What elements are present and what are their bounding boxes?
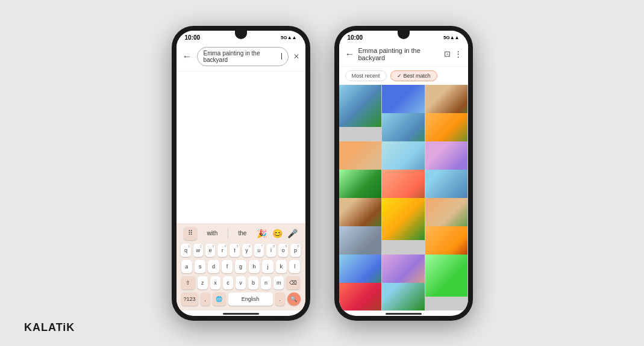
key-delete[interactable]: ⌫ <box>286 276 300 289</box>
key-b[interactable]: b <box>248 276 258 289</box>
photo-19[interactable] <box>425 255 468 297</box>
key-f[interactable]: f <box>222 260 233 273</box>
key-u[interactable]: u7 <box>254 244 264 257</box>
emoji-party[interactable]: 🎉 <box>257 229 267 238</box>
key-row-2: a s d f g h j k l <box>181 260 301 273</box>
key-numbers[interactable]: ?123 <box>181 292 198 306</box>
search-bar-left[interactable]: ← Emma painting in the backyard ✕ <box>177 42 305 72</box>
back-arrow-right[interactable]: ← <box>345 49 355 60</box>
cast-icon[interactable]: ⊡ <box>444 49 451 58</box>
signal-left: 5G▲▲ <box>281 35 297 40</box>
search-content-area <box>177 72 305 223</box>
key-search[interactable]: 🔍 <box>287 292 301 306</box>
phone-right: 10:00 5G▲▲ ← Emma painting in the backya… <box>334 26 473 321</box>
filter-most-recent[interactable]: Most recent <box>345 70 387 81</box>
photos-grid: ★ ▶ 0:05 <box>339 85 468 310</box>
key-t[interactable]: t5 <box>230 244 239 257</box>
mic-icon[interactable]: 🎤 <box>287 229 298 238</box>
key-p[interactable]: p0 <box>290 244 300 257</box>
suggestion-with[interactable]: with <box>202 228 222 238</box>
best-match-check: ✓ <box>397 73 402 79</box>
emoji-smile[interactable]: 😊 <box>272 229 283 238</box>
photo-1[interactable] <box>339 85 382 128</box>
signal-right: 5G▲▲ <box>443 35 460 40</box>
key-s[interactable]: s <box>195 260 205 273</box>
key-y[interactable]: y6 <box>242 244 252 257</box>
status-icons-right: 5G▲▲ <box>443 35 460 40</box>
screen-left: 10:00 5G▲▲ ← Emma painting in the backya… <box>177 31 305 316</box>
search-bar-right[interactable]: ← Emma painting in the backyard ⊡ ⋮ <box>339 42 468 67</box>
phones-container: 10:00 5G▲▲ ← Emma painting in the backya… <box>172 26 473 321</box>
photo-21[interactable] <box>382 283 425 310</box>
key-comma[interactable]: , <box>201 292 210 306</box>
key-globe[interactable]: 🌐 <box>213 292 226 306</box>
key-o[interactable]: o9 <box>278 244 288 257</box>
key-m[interactable]: m <box>274 276 284 289</box>
key-n[interactable]: n <box>261 276 271 289</box>
key-d[interactable]: d <box>208 260 219 273</box>
key-j[interactable]: j <box>262 260 273 273</box>
photo-13[interactable] <box>382 198 425 241</box>
key-e[interactable]: e3 <box>205 244 215 257</box>
keyboard: ⠿ with the 🎉 😊 🎤 q1 w2 e3 r4 <box>177 223 305 310</box>
keyboard-suggestions-row: ⠿ with the 🎉 😊 🎤 <box>179 227 303 240</box>
key-period[interactable]: . <box>275 292 285 306</box>
time-right: 10:00 <box>348 34 363 41</box>
photo-20[interactable] <box>339 283 382 310</box>
screen-right: 10:00 5G▲▲ ← Emma painting in the backya… <box>339 31 468 316</box>
status-icons-left: 5G▲▲ <box>281 35 297 40</box>
most-recent-label: Most recent <box>352 73 380 79</box>
search-text-left: Emma painting in the backyard <box>204 50 281 63</box>
key-v[interactable]: v <box>236 276 246 289</box>
home-indicator-left <box>223 313 259 315</box>
back-arrow-left[interactable]: ← <box>183 51 192 62</box>
home-indicator-right <box>386 313 422 315</box>
filter-row: Most recent ✓ Best match <box>339 67 468 85</box>
cursor <box>281 53 282 60</box>
best-match-label: Best match <box>404 73 431 79</box>
key-l[interactable]: l <box>289 260 300 273</box>
search-title-right: Emma painting in the backyard <box>358 47 440 61</box>
phone-left: 10:00 5G▲▲ ← Emma painting in the backya… <box>172 26 310 321</box>
brand-label: KALATiK <box>24 321 75 334</box>
key-w[interactable]: w2 <box>193 244 203 257</box>
search-clear-button[interactable]: ✕ <box>293 52 299 61</box>
key-a[interactable]: a <box>181 260 192 273</box>
key-row-3: ⇧ z x c v b n m ⌫ <box>181 276 301 289</box>
keyboard-rows: q1 w2 e3 r4 t5 y6 u7 i8 o9 p0 a s <box>179 244 303 289</box>
more-options-button[interactable]: ⋮ <box>454 49 462 58</box>
key-r[interactable]: r4 <box>217 244 227 257</box>
keyboard-bottom-row: ?123 , 🌐 English . 🔍 <box>179 292 303 306</box>
key-q[interactable]: q1 <box>181 244 190 257</box>
keyboard-apps-key[interactable]: ⠿ <box>184 227 197 240</box>
key-shift[interactable]: ⇧ <box>181 276 195 289</box>
filter-best-match[interactable]: ✓ Best match <box>390 70 437 81</box>
key-i[interactable]: i8 <box>266 244 276 257</box>
key-x[interactable]: x <box>210 276 220 289</box>
key-g[interactable]: g <box>235 260 246 273</box>
suggestion-the[interactable]: the <box>233 228 251 238</box>
search-input-left[interactable]: Emma painting in the backyard <box>197 47 289 66</box>
key-z[interactable]: z <box>198 276 208 289</box>
key-c[interactable]: c <box>223 276 233 289</box>
time-left: 10:00 <box>185 34 201 41</box>
key-space[interactable]: English <box>228 292 273 306</box>
key-k[interactable]: k <box>276 260 287 273</box>
key-row-1: q1 w2 e3 r4 t5 y6 u7 i8 o9 p0 <box>181 244 301 257</box>
key-h[interactable]: h <box>249 260 260 273</box>
